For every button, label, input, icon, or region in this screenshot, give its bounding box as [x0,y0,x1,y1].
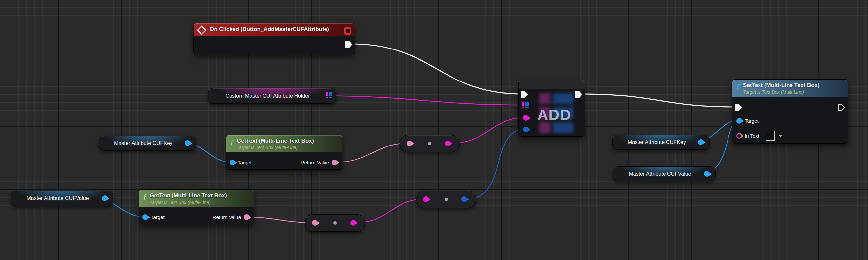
var-holder-label: Custom Master CUFAttribute Holder [225,93,310,99]
settext-target-pin[interactable] [736,118,742,124]
conversion-dot-icon [444,198,448,201]
gettext-key-target-label: Target [238,160,252,165]
node-gettext-value[interactable]: ƒ GetText (Multi-Line Text Box) Target i… [139,190,254,224]
delegate-pin-icon[interactable] [344,27,351,35]
wire-exec-add-to-settext[interactable] [581,94,737,107]
settext-intext-input[interactable] [766,131,775,141]
node-conv-text-to-string-value[interactable] [305,214,365,232]
wire-value-conv2-to-add-value[interactable] [466,129,526,199]
function-icon: ƒ [143,193,147,200]
gettext-value-subtitle: Target is Text Box (Multi-Line) [150,200,227,205]
event-node-title: On Clicked (Button_AddMasterCUFAttribute… [210,26,329,33]
node-var-cufkey-left[interactable]: Master Attribute CUFKey [99,136,196,151]
gettext-key-title: GetText (Multi-Line Text Box) [237,138,314,144]
function-icon: ƒ [230,138,234,145]
add-key-input-pin[interactable] [523,115,529,121]
wire-exec-event-to-add[interactable] [350,44,523,94]
settext-title: SetText (Multi-Line Text Box) [743,82,819,89]
node-gettext-key[interactable]: ƒ GetText (Multi-Line Text Box) Target i… [226,135,342,170]
settext-header[interactable]: ƒ SetText (Multi-Line Text Box) Target i… [733,80,848,97]
settext-intext-pin[interactable] [736,133,742,139]
node-var-cufvalue-right[interactable]: Master Attribute CUFValue [613,166,716,181]
add-value-input-pin[interactable] [523,127,529,132]
node-var-holder[interactable]: Custom Master CUFAttribute Holder [208,88,336,104]
add-node-header[interactable] [519,81,585,89]
wire-text-gettextvalue-to-conv[interactable] [247,217,313,223]
var-cufvalue-left-output-pin[interactable] [102,195,107,201]
function-icon: ƒ [736,83,740,90]
gettext-key-subtitle: Target is Text Box (Multi-Line) [237,145,314,150]
gettext-value-header[interactable]: ƒ GetText (Multi-Line Text Box) Target i… [139,190,254,207]
var-cufvalue-right-output-pin[interactable] [704,171,710,176]
gettext-key-target-pin[interactable] [229,160,235,165]
gettext-value-title: GetText (Multi-Line Text Box) [150,192,227,199]
var-cufvalue-right-label: Master Attribute CUFValue [628,171,691,177]
add-target-map-pin-icon[interactable] [522,102,529,108]
conv2-input-pin[interactable] [423,196,429,202]
conv-key-input-pin[interactable] [407,141,412,146]
var-cufkey-right-output-pin[interactable] [698,139,704,145]
event-diamond-icon [197,25,207,35]
var-cufkey-left-label: Master Attribute CUFKey [114,140,173,146]
wire-text-gettextkey-to-conv[interactable] [336,143,408,162]
conversion-dot-icon [428,142,431,145]
event-node-header[interactable]: On Clicked (Button_AddMasterCUFAttribute… [194,23,354,36]
node-var-cufkey-right[interactable]: Master Attribute CUFKey [612,135,710,150]
map-pin-icon[interactable] [326,92,333,98]
node-map-add[interactable]: ADD [519,81,585,137]
settext-intext-label: In Text [745,133,759,139]
settext-exec-output-pin[interactable] [838,104,845,111]
gettext-key-return-pin[interactable] [332,160,337,165]
chevron-down-icon[interactable] [778,135,783,137]
gettext-key-header[interactable]: ƒ GetText (Multi-Line Text Box) Target i… [226,135,342,152]
node-conv-text-to-string-key[interactable] [400,135,460,152]
add-watermark-label: ADD [537,106,571,124]
node-var-cufvalue-left[interactable]: Master Attribute CUFValue [10,191,114,206]
gettext-value-return-label: Return Value [213,214,241,220]
blueprint-graph-canvas[interactable]: On Clicked (Button_AddMasterCUFAttribute… [0,0,868,260]
settext-subtitle: Target is Text Box (Multi-Line) [743,89,819,95]
conversion-dot-icon [333,222,337,225]
gettext-value-target-label: Target [151,214,164,220]
node-event-onclicked[interactable]: On Clicked (Button_AddMasterCUFAttribute… [193,23,355,54]
conv2-output-pin[interactable] [461,196,467,202]
wire-map-holder-to-add[interactable] [321,96,526,105]
node-settext[interactable]: ƒ SetText (Multi-Line Text Box) Target i… [732,79,848,144]
wire-string-conv-to-add-key[interactable] [451,117,526,143]
gettext-key-return-label: Return Value [301,160,329,165]
var-cufkey-left-output-pin[interactable] [185,140,190,146]
conv-value-input-pin[interactable] [312,220,318,226]
node-conv-string-to-value[interactable] [416,191,476,208]
gettext-value-target-pin[interactable] [143,214,148,220]
settext-exec-input-pin[interactable] [735,104,742,111]
conv-key-output-pin[interactable] [445,141,451,146]
event-exec-output-pin[interactable] [345,41,352,48]
wire-string-conv-to-conv2[interactable] [356,199,424,223]
gettext-value-return-pin[interactable] [244,214,249,220]
var-cufkey-right-label: Master Attribute CUFKey [628,139,686,145]
add-exec-output-pin[interactable] [576,91,582,98]
add-exec-input-pin[interactable] [521,91,528,98]
conv-value-output-pin[interactable] [350,220,356,226]
settext-target-label: Target [745,118,758,124]
var-cufvalue-left-label: Master Attribute CUFValue [26,195,89,201]
